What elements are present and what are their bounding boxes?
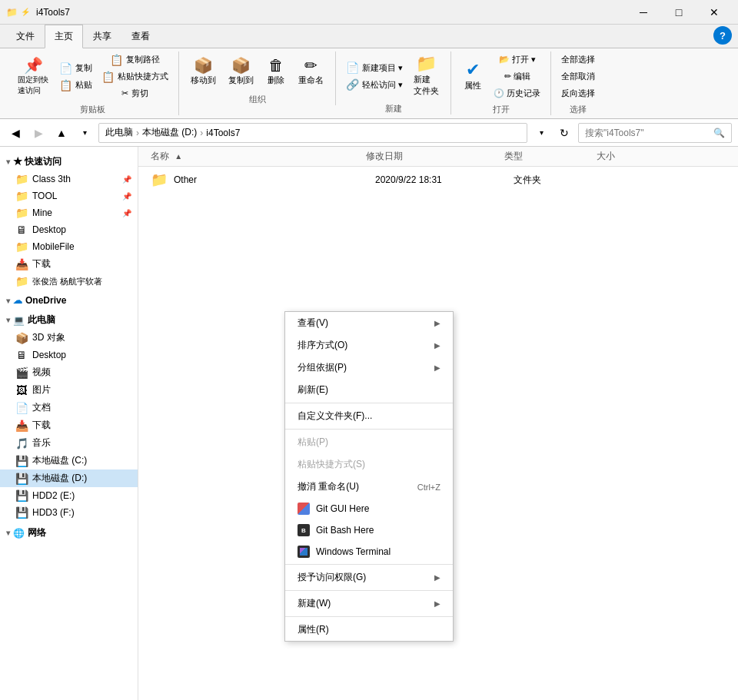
- tab-view[interactable]: 查看: [121, 25, 160, 48]
- sidebar-item-video[interactable]: 🎬 视频: [0, 363, 138, 381]
- cm-new[interactable]: 新建(W) ▶: [285, 592, 453, 615]
- history-button[interactable]: 🕐 历史记录: [490, 85, 544, 101]
- onedrive-header[interactable]: ▾ ☁ OneDrive: [0, 293, 138, 308]
- sidebar-item-label: Desktop: [32, 224, 66, 235]
- open-button[interactable]: 📂 打开 ▾: [490, 51, 544, 68]
- table-row[interactable]: 📁 Other 2020/9/22 18:31 文件夹: [138, 167, 738, 194]
- sidebar-item-3d[interactable]: 📦 3D 对象: [0, 329, 138, 347]
- cm-view[interactable]: 查看(V) ▶: [285, 312, 453, 334]
- col-date-header[interactable]: 修改日期: [366, 150, 504, 163]
- sidebar-item-drive-c[interactable]: 💾 本地磁盘 (C:): [0, 452, 138, 469]
- copy-path-icon: 📋: [110, 55, 123, 65]
- copy-path-button[interactable]: 📋 复制路径: [98, 51, 172, 68]
- download-icon: 📥: [15, 258, 28, 270]
- new-item-button[interactable]: 📄 新建项目 ▾: [342, 60, 407, 76]
- cm-windows-terminal[interactable]: Windows Terminal: [285, 541, 453, 562]
- rename-button[interactable]: ✏ 重命名: [293, 54, 329, 90]
- close-button[interactable]: ✕: [696, 0, 732, 25]
- pin-icon: 📌: [122, 175, 131, 184]
- this-pc-header[interactable]: ▾ 💻 此电脑: [0, 311, 138, 329]
- sidebar-item-drive-d[interactable]: 💾 本地磁盘 (D:): [0, 469, 138, 487]
- cm-paste-shortcut[interactable]: 粘贴快捷方式(S): [285, 453, 453, 476]
- edit-button[interactable]: ✏ 编辑: [490, 68, 544, 85]
- sidebar: ▾ ★ 快速访问 📁 Class 3th 📌 📁 TOOL 📌 📁 Mine 📌…: [0, 147, 138, 700]
- open-group: ✔ 属性 📂 打开 ▾ ✏ 编辑 🕐 历史记录 打开: [451, 51, 551, 115]
- easy-access-icon: 🔗: [346, 79, 359, 90]
- cm-git-gui[interactable]: Git GUI Here: [285, 498, 453, 519]
- search-box[interactable]: 🔍: [578, 123, 732, 143]
- sidebar-item-drive-e[interactable]: 💾 HDD2 (E:): [0, 487, 138, 504]
- cm-sort[interactable]: 排序方式(O) ▶: [285, 334, 453, 357]
- context-menu: 查看(V) ▶ 排序方式(O) ▶ 分组依据(P) ▶ 刷新(E) 自定义文件夹…: [284, 311, 454, 642]
- col-name-header[interactable]: 名称 ▲: [151, 150, 366, 163]
- paste-shortcut-button[interactable]: 📋 粘贴快捷方式: [98, 68, 172, 85]
- easy-access-button[interactable]: 🔗 轻松访问 ▾: [342, 77, 407, 93]
- copy-button[interactable]: 📄 复制: [55, 60, 96, 76]
- minimize-button[interactable]: ─: [626, 0, 661, 25]
- git-gui-icon: [298, 503, 310, 515]
- select-none-button[interactable]: 全部取消: [557, 68, 599, 85]
- col-type-header[interactable]: 类型: [504, 150, 597, 163]
- sidebar-item-downloads[interactable]: 📥 下载: [0, 255, 138, 273]
- invert-selection-button[interactable]: 反向选择: [557, 85, 599, 101]
- sidebar-item-label: 图片: [32, 383, 51, 396]
- sidebar-item-documents[interactable]: 📄 文档: [0, 399, 138, 416]
- sidebar-item-downloads2[interactable]: 📥 下载: [0, 416, 138, 434]
- sidebar-item-desktop2[interactable]: 🖥 Desktop: [0, 347, 138, 363]
- maximize-button[interactable]: □: [661, 0, 696, 25]
- cm-refresh[interactable]: 刷新(E): [285, 379, 453, 401]
- path-dropdown-button[interactable]: ▾: [532, 124, 550, 142]
- tab-home[interactable]: 主页: [45, 25, 83, 48]
- sidebar-item-mine[interactable]: 📁 Mine 📌: [0, 204, 138, 221]
- refresh-button[interactable]: ↻: [555, 124, 573, 142]
- move-to-button[interactable]: 📦 移动到: [185, 54, 221, 90]
- select-buttons: 全部选择 全部取消 反向选择: [557, 51, 599, 101]
- search-input[interactable]: [585, 128, 710, 138]
- help-button[interactable]: ?: [713, 26, 732, 45]
- sidebar-item-mobilefile[interactable]: 📁 MobileFile: [0, 238, 138, 255]
- new-folder-button[interactable]: 📁 新建文件夹: [408, 51, 444, 101]
- select-all-button[interactable]: 全部选择: [557, 51, 599, 68]
- cm-properties[interactable]: 属性(R): [285, 619, 453, 641]
- cut-button[interactable]: ✂ 剪切: [98, 85, 172, 101]
- copy-to-button[interactable]: 📦 复制到: [223, 54, 259, 90]
- back-button[interactable]: ◀: [6, 124, 25, 142]
- cm-view-arrow: ▶: [434, 319, 440, 327]
- sidebar-item-label: 文档: [32, 401, 51, 414]
- paste-button[interactable]: 📋 粘贴: [55, 77, 96, 93]
- address-path[interactable]: 此电脑 › 本地磁盘 (D:) › i4Tools7: [98, 123, 527, 143]
- up-button[interactable]: ▲: [52, 124, 71, 142]
- clipboard-column2: 📋 复制路径 📋 粘贴快捷方式 ✂ 剪切: [98, 51, 172, 101]
- cm-git-bash[interactable]: B Git Bash Here: [285, 519, 453, 541]
- delete-button[interactable]: 🗑 删除: [261, 54, 291, 90]
- quick-access-header[interactable]: ▾ ★ 快速访问: [0, 153, 138, 171]
- sidebar-item-drive-f[interactable]: 💾 HDD3 (F:): [0, 504, 138, 521]
- properties-button[interactable]: ✔ 属性: [457, 58, 488, 95]
- recent-button[interactable]: ▾: [75, 124, 94, 142]
- tab-share[interactable]: 共享: [83, 25, 121, 48]
- sidebar-item-pictures[interactable]: 🖼 图片: [0, 381, 138, 399]
- tab-file[interactable]: 文件: [6, 25, 45, 48]
- quick-access-label: ★ 快速访问: [13, 155, 62, 168]
- sidebar-item-label: Desktop: [32, 350, 66, 360]
- cm-grant-access-label: 授予访问权限(G): [298, 571, 366, 584]
- sidebar-item-books[interactable]: 📁 张俊浩 杨航宇软著: [0, 273, 138, 290]
- network-header[interactable]: ▾ 🌐 网络: [0, 524, 138, 542]
- sidebar-item-label: 本地磁盘 (D:): [32, 472, 87, 485]
- col-size-header[interactable]: 大小: [597, 150, 726, 163]
- sidebar-item-music[interactable]: 🎵 音乐: [0, 434, 138, 452]
- cm-grant-access[interactable]: 授予访问权限(G) ▶: [285, 566, 453, 589]
- open-buttons: ✔ 属性 📂 打开 ▾ ✏ 编辑 🕐 历史记录: [457, 51, 544, 101]
- cm-group-label: 分组依据(P): [298, 361, 347, 374]
- pin-quickaccess-button[interactable]: 📌 固定到快速访问: [12, 54, 54, 100]
- cm-paste[interactable]: 粘贴(P): [285, 431, 453, 453]
- select-label: 选择: [557, 101, 599, 115]
- sidebar-item-label: HDD2 (E:): [32, 490, 75, 501]
- forward-button[interactable]: ▶: [29, 124, 48, 142]
- sidebar-item-class3th[interactable]: 📁 Class 3th 📌: [0, 171, 138, 187]
- sidebar-item-desktop[interactable]: 🖥 Desktop: [0, 221, 138, 238]
- cm-undo-rename[interactable]: 撤消 重命名(U) Ctrl+Z: [285, 476, 453, 498]
- sidebar-item-tool[interactable]: 📁 TOOL 📌: [0, 187, 138, 204]
- cm-customize[interactable]: 自定义文件夹(F)...: [285, 405, 453, 427]
- cm-group[interactable]: 分组依据(P) ▶: [285, 357, 453, 379]
